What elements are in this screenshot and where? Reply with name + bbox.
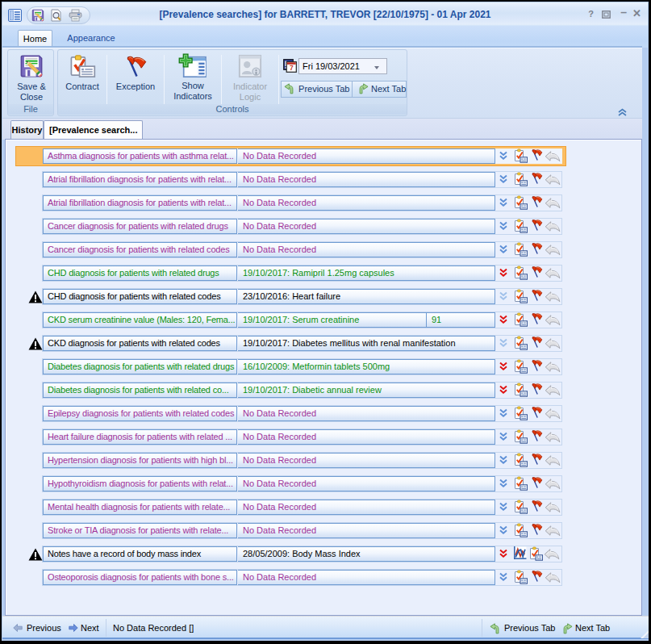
svg-text:7: 7 [290, 64, 294, 72]
